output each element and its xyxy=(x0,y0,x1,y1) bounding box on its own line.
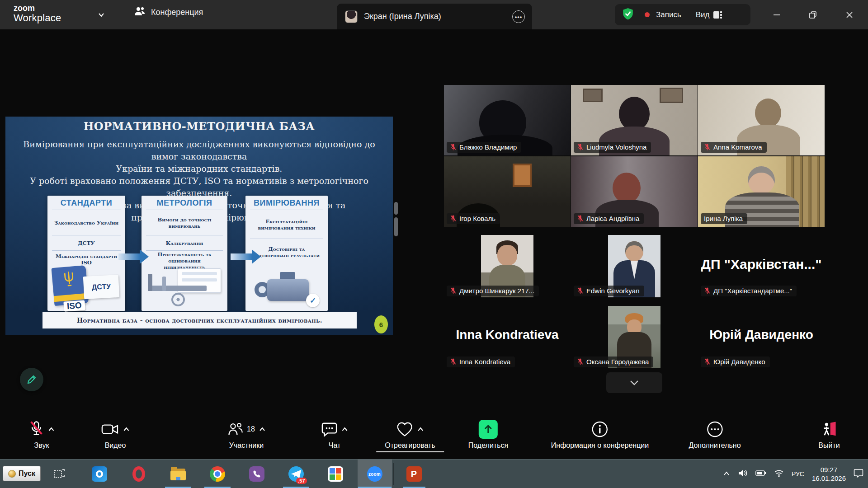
mic-muted-icon xyxy=(450,215,457,222)
column-row: Достовірні та відтворювані результати xyxy=(250,239,323,265)
logo-zoom-text: zoom xyxy=(14,4,61,13)
meeting-info-button[interactable]: Информация о конференции xyxy=(551,418,649,450)
more-participants-chevron-button[interactable] xyxy=(606,372,662,393)
participant-tile[interactable]: Inna Kondratieva Inna Kondratieva xyxy=(444,306,571,370)
leave-exit-icon xyxy=(821,421,837,438)
taskbar-zoom-icon[interactable]: zoom xyxy=(355,460,394,488)
volume-icon[interactable] xyxy=(738,469,748,479)
task-view-button[interactable] xyxy=(52,468,66,480)
participant-tile[interactable]: Блажко Владимир xyxy=(444,85,571,155)
participant-name-label: Anna Komarova xyxy=(701,142,767,153)
participant-name-label: Inna Kondratieva xyxy=(447,357,515,367)
network-icon[interactable] xyxy=(774,469,784,479)
workspace-chevron-down-icon[interactable] xyxy=(97,11,105,21)
column-row: Калібрування xyxy=(146,235,223,250)
chat-options-chevron-icon[interactable] xyxy=(342,427,348,432)
tab-options-ellipsis-icon[interactable]: ••• xyxy=(512,10,525,23)
audio-options-chevron-icon[interactable] xyxy=(48,427,55,432)
zoom-titlebar: zoom Workplace Конференция Экран (Ірина … xyxy=(0,0,868,29)
tab-conference[interactable]: Конференция xyxy=(134,6,203,19)
taskbar-outlook-icon[interactable] xyxy=(80,460,119,488)
ellipsis-icon xyxy=(706,421,723,438)
mic-muted-icon xyxy=(704,287,711,295)
taskbar-telegram-icon[interactable]: .57 xyxy=(276,460,316,488)
participant-display-name: Юрій Давиденко xyxy=(698,328,825,342)
view-button[interactable]: Вид xyxy=(696,10,722,19)
participant-tile[interactable]: Ларіса Андріївна xyxy=(571,156,698,227)
participant-tile[interactable]: Liudmyla Voloshyna xyxy=(571,85,698,155)
participants-button[interactable]: 18 Участники xyxy=(227,418,265,450)
hidden-icons-chevron-icon[interactable] xyxy=(723,470,730,478)
participant-name-label: Оксана Городажева xyxy=(574,357,653,367)
window-close-button[interactable] xyxy=(837,0,862,29)
mic-muted-icon xyxy=(577,215,584,222)
participant-tile[interactable]: Anna Komarova xyxy=(698,85,825,155)
participant-tile[interactable]: Юрій Давиденко Юрій Давиденко xyxy=(698,306,825,370)
participant-tile[interactable]: Ігор Коваль xyxy=(444,156,571,227)
video-options-chevron-icon[interactable] xyxy=(123,427,130,432)
participant-name: Anna Komarova xyxy=(713,143,762,151)
participant-tile[interactable]: Дмитро Шинкарук 217... xyxy=(444,235,571,299)
leave-label: Выйти xyxy=(818,441,840,450)
recording-label: Запись xyxy=(656,10,681,19)
scrollbar-thumb[interactable] xyxy=(394,217,398,236)
chat-button[interactable]: Чат xyxy=(321,418,348,450)
taskbar-separator xyxy=(393,463,394,485)
notifications-icon[interactable] xyxy=(854,469,863,479)
taskbar-google-chat-icon[interactable] xyxy=(316,460,355,488)
scrollbar-thumb[interactable] xyxy=(394,202,398,215)
taskbar-chrome-icon[interactable] xyxy=(198,460,237,488)
taskbar-viber-icon[interactable] xyxy=(237,460,276,488)
participant-name: Inna Kondratieva xyxy=(459,358,510,366)
slide-column-standards: СТАНДАРТИ Законодавство України ДСТУ Між… xyxy=(47,196,125,311)
taskbar-clock[interactable]: 09:27 16.01.2026 xyxy=(812,465,846,483)
taskbar-powerpoint-icon[interactable]: P xyxy=(394,460,434,488)
mic-muted-icon xyxy=(577,287,584,295)
share-screen-button[interactable]: Поделиться xyxy=(468,418,508,450)
react-options-chevron-icon[interactable] xyxy=(417,427,424,432)
taskbar-opera-icon[interactable] xyxy=(119,460,158,488)
clock-date: 16.01.2026 xyxy=(812,474,846,483)
participant-name: Оксана Городажева xyxy=(586,358,649,366)
taskbar-file-explorer-icon[interactable] xyxy=(158,460,198,488)
window-minimize-button[interactable] xyxy=(764,0,789,29)
camera-icon xyxy=(101,422,119,436)
tab-screen-share[interactable]: Экран (Ірина Лупіка) ••• xyxy=(337,4,532,29)
more-options-button[interactable]: Дополнительно xyxy=(689,418,741,450)
language-indicator[interactable]: РУС xyxy=(792,470,804,478)
meeting-content-area: НОРМАТИВНО-МЕТОДИЧНА БАЗА Вимірювання пр… xyxy=(0,29,868,414)
video-button[interactable]: Видео xyxy=(101,418,130,450)
participant-tile[interactable]: ДП "Харківстан..." ДП "Харківстандартме.… xyxy=(698,235,825,299)
participant-tile[interactable]: Edwin Gevorkyan xyxy=(571,235,698,299)
column-header: ВИМІРЮВАННЯ xyxy=(245,196,328,210)
participants-icon xyxy=(227,422,244,437)
participant-tile-active-speaker[interactable]: Ірина Лупіка xyxy=(698,156,825,227)
participant-name-label: Ларіса Андріївна xyxy=(574,213,644,224)
security-shield-icon[interactable] xyxy=(622,8,634,22)
annotate-pencil-button[interactable] xyxy=(20,368,43,391)
mic-muted-icon xyxy=(577,358,584,366)
react-button[interactable]: Отреагировать xyxy=(385,418,435,450)
battery-icon[interactable] xyxy=(755,470,766,478)
slide-footer-text: Нормативна база - основа достовірних екс… xyxy=(77,317,322,324)
window-restore-button[interactable] xyxy=(800,0,826,29)
participant-video-grid: Блажко Владимир Liudmyla Voloshyna Anna … xyxy=(444,85,825,397)
participants-options-chevron-icon[interactable] xyxy=(259,427,265,432)
meeting-toolbar: Звук Видео 18 Участники Чат xyxy=(0,414,868,459)
participant-display-name: Inna Kondratieva xyxy=(444,328,571,342)
book-iso-text: ISO xyxy=(63,300,85,311)
mic-muted-icon xyxy=(450,358,457,366)
column-row: ДСТУ xyxy=(52,235,121,250)
participant-name: ДП "Харківстандартме..." xyxy=(713,287,792,295)
participant-tile[interactable]: Оксана Городажева xyxy=(571,306,698,370)
flow-arrow-icon xyxy=(231,253,252,260)
mic-muted-icon xyxy=(29,420,44,438)
tab-screen-label: Экран (Ірина Лупіка) xyxy=(364,12,441,21)
more-label: Дополнительно xyxy=(689,441,741,450)
react-label: Отреагировать xyxy=(385,441,435,450)
audio-button[interactable]: Звук xyxy=(29,418,55,450)
participant-name-label: Ірина Лупіка xyxy=(701,213,747,224)
leave-meeting-button[interactable]: Выйти xyxy=(818,418,840,450)
mic-muted-icon xyxy=(704,143,711,151)
start-button[interactable]: Пуск xyxy=(3,466,41,481)
